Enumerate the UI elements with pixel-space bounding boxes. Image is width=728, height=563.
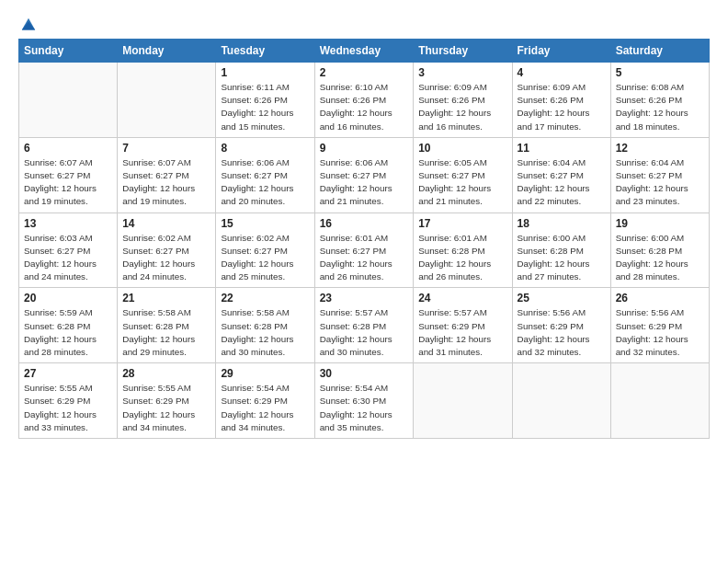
- day-number: 25: [518, 292, 606, 304]
- calendar-week-row-4: 20Sunrise: 5:59 AMSunset: 6:28 PMDayligh…: [19, 288, 710, 363]
- day-info: Sunrise: 5:58 AMSunset: 6:28 PMDaylight:…: [122, 306, 210, 359]
- day-number: 19: [616, 217, 704, 230]
- day-info: Sunrise: 5:57 AMSunset: 6:29 PMDaylight:…: [418, 306, 506, 359]
- calendar-cell-week4-day5: 25Sunrise: 5:56 AMSunset: 6:29 PMDayligh…: [512, 288, 610, 363]
- day-number: 28: [122, 367, 210, 380]
- calendar-week-row-1: 1Sunrise: 6:11 AMSunset: 6:26 PMDaylight…: [19, 63, 710, 138]
- day-info: Sunrise: 5:54 AMSunset: 6:30 PMDaylight:…: [320, 382, 409, 434]
- day-number: 2: [320, 66, 409, 79]
- calendar-cell-week5-day6: [610, 363, 709, 439]
- calendar-cell-week3-day3: 16Sunrise: 6:01 AMSunset: 6:27 PMDayligh…: [314, 213, 414, 288]
- day-number: 7: [122, 142, 210, 155]
- day-info: Sunrise: 6:05 AMSunset: 6:27 PMDaylight:…: [418, 156, 506, 209]
- day-number: 27: [24, 367, 112, 380]
- calendar-week-row-3: 13Sunrise: 6:03 AMSunset: 6:27 PMDayligh…: [19, 213, 710, 288]
- calendar-cell-week4-day6: 26Sunrise: 5:56 AMSunset: 6:29 PMDayligh…: [610, 288, 709, 363]
- weekday-header-friday: Friday: [512, 40, 610, 63]
- calendar-cell-week2-day3: 9Sunrise: 6:06 AMSunset: 6:27 PMDaylight…: [314, 137, 414, 213]
- day-info: Sunrise: 6:09 AMSunset: 6:26 PMDaylight:…: [518, 81, 606, 133]
- day-info: Sunrise: 6:10 AMSunset: 6:26 PMDaylight:…: [320, 81, 409, 133]
- day-info: Sunrise: 5:56 AMSunset: 6:29 PMDaylight:…: [518, 306, 606, 359]
- day-number: 14: [122, 217, 210, 230]
- day-info: Sunrise: 6:02 AMSunset: 6:27 PMDaylight:…: [122, 232, 210, 284]
- day-number: 22: [221, 292, 309, 304]
- logo-icon: [20, 17, 37, 33]
- day-info: Sunrise: 5:54 AMSunset: 6:29 PMDaylight:…: [221, 382, 309, 434]
- logo: [18, 17, 37, 29]
- day-info: Sunrise: 6:01 AMSunset: 6:28 PMDaylight:…: [418, 232, 506, 284]
- calendar-cell-week3-day4: 17Sunrise: 6:01 AMSunset: 6:28 PMDayligh…: [414, 213, 512, 288]
- day-info: Sunrise: 5:55 AMSunset: 6:29 PMDaylight:…: [24, 382, 112, 434]
- day-number: 26: [616, 292, 704, 304]
- weekday-header-saturday: Saturday: [610, 40, 709, 63]
- day-number: 5: [616, 66, 704, 79]
- header: [18, 17, 710, 29]
- day-info: Sunrise: 5:55 AMSunset: 6:29 PMDaylight:…: [122, 382, 210, 434]
- day-info: Sunrise: 6:06 AMSunset: 6:27 PMDaylight:…: [221, 156, 309, 209]
- calendar-cell-week1-day4: 3Sunrise: 6:09 AMSunset: 6:26 PMDaylight…: [414, 63, 512, 138]
- weekday-header-tuesday: Tuesday: [216, 40, 314, 63]
- day-number: 24: [418, 292, 506, 304]
- day-info: Sunrise: 6:02 AMSunset: 6:27 PMDaylight:…: [221, 232, 309, 284]
- day-info: Sunrise: 6:04 AMSunset: 6:27 PMDaylight:…: [518, 156, 606, 209]
- day-number: 23: [320, 292, 409, 304]
- calendar-cell-week2-day5: 11Sunrise: 6:04 AMSunset: 6:27 PMDayligh…: [512, 137, 610, 213]
- weekday-header-thursday: Thursday: [414, 40, 512, 63]
- calendar-cell-week1-day0: [19, 63, 118, 138]
- calendar-cell-week4-day0: 20Sunrise: 5:59 AMSunset: 6:28 PMDayligh…: [19, 288, 118, 363]
- weekday-header-sunday: Sunday: [19, 40, 118, 63]
- calendar-cell-week2-day1: 7Sunrise: 6:07 AMSunset: 6:27 PMDaylight…: [118, 137, 216, 213]
- day-number: 10: [418, 142, 506, 155]
- calendar-cell-week5-day1: 28Sunrise: 5:55 AMSunset: 6:29 PMDayligh…: [118, 363, 216, 439]
- day-number: 18: [518, 217, 606, 230]
- day-number: 29: [221, 367, 309, 380]
- calendar-cell-week4-day3: 23Sunrise: 5:57 AMSunset: 6:28 PMDayligh…: [314, 288, 414, 363]
- day-info: Sunrise: 5:56 AMSunset: 6:29 PMDaylight:…: [616, 306, 704, 359]
- calendar-table: SundayMondayTuesdayWednesdayThursdayFrid…: [18, 39, 710, 439]
- calendar-cell-week2-day6: 12Sunrise: 6:04 AMSunset: 6:27 PMDayligh…: [610, 137, 709, 213]
- calendar-cell-week1-day6: 5Sunrise: 6:08 AMSunset: 6:26 PMDaylight…: [610, 63, 709, 138]
- day-info: Sunrise: 6:00 AMSunset: 6:28 PMDaylight:…: [616, 232, 704, 284]
- calendar-week-row-2: 6Sunrise: 6:07 AMSunset: 6:27 PMDaylight…: [19, 137, 710, 213]
- day-number: 9: [320, 142, 409, 155]
- calendar-cell-week5-day4: [414, 363, 512, 439]
- day-number: 13: [24, 217, 112, 230]
- calendar-cell-week1-day5: 4Sunrise: 6:09 AMSunset: 6:26 PMDaylight…: [512, 63, 610, 138]
- day-number: 8: [221, 142, 309, 155]
- day-info: Sunrise: 6:06 AMSunset: 6:27 PMDaylight:…: [320, 156, 409, 209]
- day-info: Sunrise: 5:57 AMSunset: 6:28 PMDaylight:…: [320, 306, 409, 359]
- calendar-cell-week3-day5: 18Sunrise: 6:00 AMSunset: 6:28 PMDayligh…: [512, 213, 610, 288]
- calendar-cell-week3-day1: 14Sunrise: 6:02 AMSunset: 6:27 PMDayligh…: [118, 213, 216, 288]
- day-info: Sunrise: 6:08 AMSunset: 6:26 PMDaylight:…: [616, 81, 704, 133]
- day-info: Sunrise: 6:07 AMSunset: 6:27 PMDaylight:…: [122, 156, 210, 209]
- day-number: 21: [122, 292, 210, 304]
- weekday-header-wednesday: Wednesday: [314, 40, 414, 63]
- day-number: 17: [418, 217, 506, 230]
- day-info: Sunrise: 6:00 AMSunset: 6:28 PMDaylight:…: [518, 232, 606, 284]
- day-info: Sunrise: 6:11 AMSunset: 6:26 PMDaylight:…: [221, 81, 309, 133]
- day-number: 6: [24, 142, 112, 155]
- day-number: 4: [518, 66, 606, 79]
- calendar-cell-week1-day2: 1Sunrise: 6:11 AMSunset: 6:26 PMDaylight…: [216, 63, 314, 138]
- page: SundayMondayTuesdayWednesdayThursdayFrid…: [0, 0, 728, 563]
- calendar-cell-week1-day1: [118, 63, 216, 138]
- day-number: 3: [418, 66, 506, 79]
- calendar-cell-week5-day0: 27Sunrise: 5:55 AMSunset: 6:29 PMDayligh…: [19, 363, 118, 439]
- calendar-cell-week1-day3: 2Sunrise: 6:10 AMSunset: 6:26 PMDaylight…: [314, 63, 414, 138]
- calendar-cell-week5-day5: [512, 363, 610, 439]
- calendar-cell-week5-day3: 30Sunrise: 5:54 AMSunset: 6:30 PMDayligh…: [314, 363, 414, 439]
- calendar-cell-week4-day4: 24Sunrise: 5:57 AMSunset: 6:29 PMDayligh…: [414, 288, 512, 363]
- day-info: Sunrise: 6:01 AMSunset: 6:27 PMDaylight:…: [320, 232, 409, 284]
- calendar-cell-week4-day2: 22Sunrise: 5:58 AMSunset: 6:28 PMDayligh…: [216, 288, 314, 363]
- day-info: Sunrise: 6:09 AMSunset: 6:26 PMDaylight:…: [418, 81, 506, 133]
- calendar-cell-week3-day6: 19Sunrise: 6:00 AMSunset: 6:28 PMDayligh…: [610, 213, 709, 288]
- day-info: Sunrise: 6:03 AMSunset: 6:27 PMDaylight:…: [24, 232, 112, 284]
- calendar-cell-week3-day0: 13Sunrise: 6:03 AMSunset: 6:27 PMDayligh…: [19, 213, 118, 288]
- calendar-cell-week2-day2: 8Sunrise: 6:06 AMSunset: 6:27 PMDaylight…: [216, 137, 314, 213]
- day-number: 12: [616, 142, 704, 155]
- calendar-cell-week4-day1: 21Sunrise: 5:58 AMSunset: 6:28 PMDayligh…: [118, 288, 216, 363]
- calendar-cell-week2-day4: 10Sunrise: 6:05 AMSunset: 6:27 PMDayligh…: [414, 137, 512, 213]
- day-info: Sunrise: 6:04 AMSunset: 6:27 PMDaylight:…: [616, 156, 704, 209]
- calendar-header-row: SundayMondayTuesdayWednesdayThursdayFrid…: [19, 40, 710, 63]
- calendar-cell-week3-day2: 15Sunrise: 6:02 AMSunset: 6:27 PMDayligh…: [216, 213, 314, 288]
